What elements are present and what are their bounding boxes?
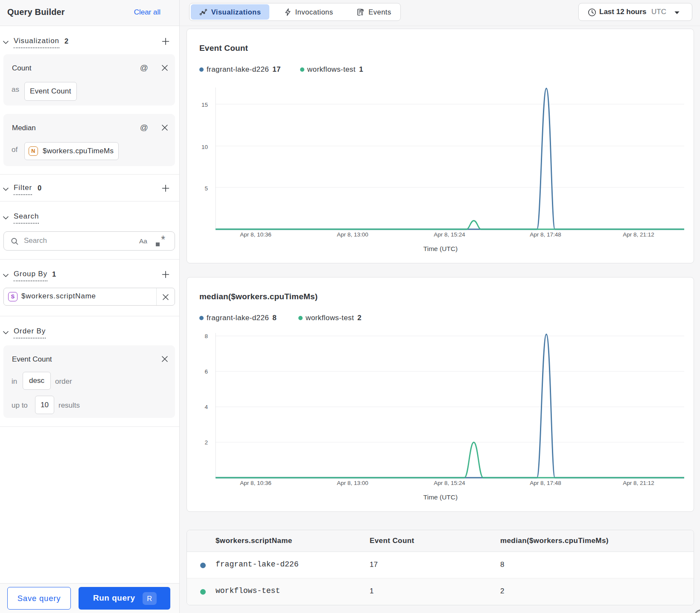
svg-text:Apr 8, 10:36: Apr 8, 10:36 xyxy=(240,480,271,486)
svg-text:10: 10 xyxy=(201,144,208,150)
svg-text:2: 2 xyxy=(204,439,208,446)
svg-text:Apr 8, 13:00: Apr 8, 13:00 xyxy=(337,480,368,486)
svg-text:Apr 8, 21:12: Apr 8, 21:12 xyxy=(623,231,654,238)
svg-text:4: 4 xyxy=(204,404,208,410)
svg-text:Apr 8, 15:24: Apr 8, 15:24 xyxy=(434,480,465,486)
svg-text:Apr 8, 17:48: Apr 8, 17:48 xyxy=(530,480,561,486)
svg-text:6: 6 xyxy=(204,368,208,375)
svg-text:Apr 8, 15:24: Apr 8, 15:24 xyxy=(434,231,465,238)
svg-text:Apr 8, 21:12: Apr 8, 21:12 xyxy=(623,480,654,486)
svg-text:Time (UTC): Time (UTC) xyxy=(423,245,458,252)
svg-text:8: 8 xyxy=(204,333,208,339)
svg-text:Apr 8, 17:48: Apr 8, 17:48 xyxy=(530,231,561,238)
svg-text:5: 5 xyxy=(204,185,208,192)
svg-text:Apr 8, 13:00: Apr 8, 13:00 xyxy=(337,231,368,238)
svg-text:Time (UTC): Time (UTC) xyxy=(423,493,458,501)
svg-text:Apr 8, 10:36: Apr 8, 10:36 xyxy=(240,231,271,238)
svg-text:15: 15 xyxy=(201,102,208,108)
